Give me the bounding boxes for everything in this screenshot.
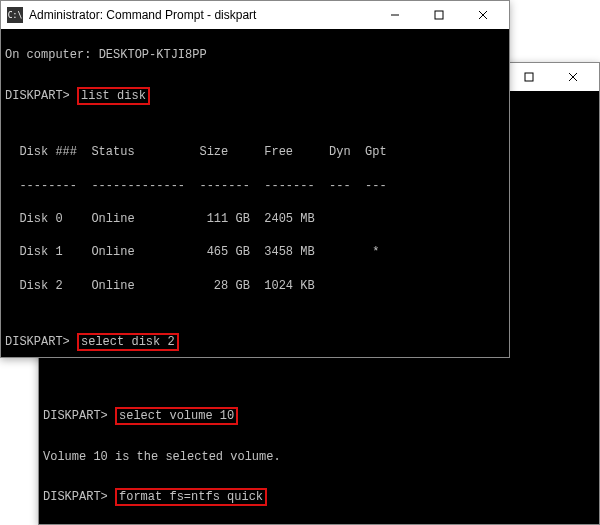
on-computer: On computer: DESKTOP-KTJI8PP xyxy=(5,48,207,62)
disk-row: Disk 0 Online 111 GB 2405 MB xyxy=(5,211,505,227)
title-front: Administrator: Command Prompt - diskpart xyxy=(29,8,373,22)
minimize-button[interactable] xyxy=(373,2,417,28)
prompt-text: DISKPART> xyxy=(43,490,108,504)
disk-row: Disk 2 Online 28 GB 1024 KB xyxy=(5,278,505,294)
cmd-select-disk: select disk 2 xyxy=(77,333,179,351)
svg-rect-1 xyxy=(525,73,533,81)
disk-divider: -------- ------------- ------- ------- -… xyxy=(5,178,505,194)
maximize-button[interactable] xyxy=(417,2,461,28)
selected-volume-msg: Volume 10 is the selected volume. xyxy=(43,449,595,465)
window-controls-front xyxy=(373,2,505,28)
cmd-icon: C:\ xyxy=(7,7,23,23)
close-button[interactable] xyxy=(551,64,595,90)
cmd-list-disk: list disk xyxy=(77,87,150,105)
cmd-format: format fs=ntfs quick xyxy=(115,488,267,506)
disk-row: Disk 1 Online 465 GB 3458 MB * xyxy=(5,244,505,260)
maximize-button[interactable] xyxy=(507,64,551,90)
prompt-text: DISKPART> xyxy=(5,335,70,349)
titlebar-front[interactable]: C:\ Administrator: Command Prompt - disk… xyxy=(1,1,509,29)
svg-rect-5 xyxy=(435,11,443,19)
close-button[interactable] xyxy=(461,2,505,28)
prompt-text: DISKPART> xyxy=(43,409,108,423)
disk-header: Disk ### Status Size Free Dyn Gpt xyxy=(5,144,505,160)
cmd-select-volume: select volume 10 xyxy=(115,407,238,425)
console-front[interactable]: On computer: DESKTOP-KTJI8PP DISKPART> l… xyxy=(1,29,509,357)
prompt-text: DISKPART> xyxy=(5,89,70,103)
cmd-window-front: C:\ Administrator: Command Prompt - disk… xyxy=(0,0,510,358)
